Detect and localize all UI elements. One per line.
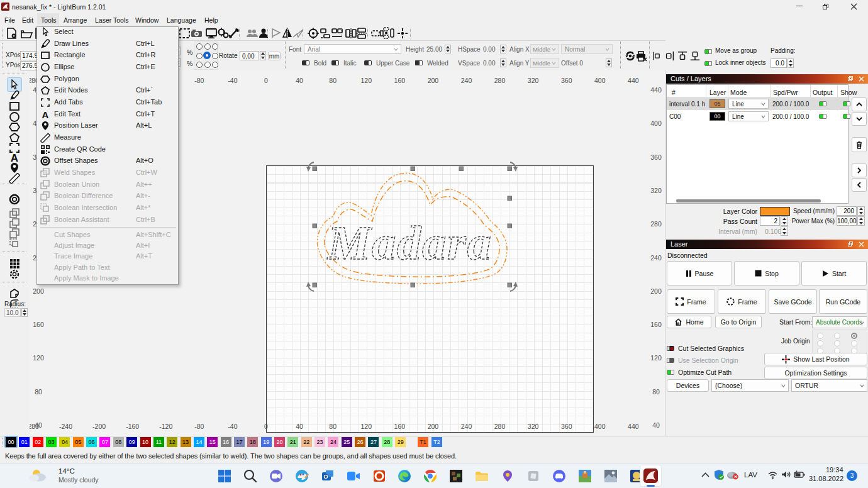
svg-text:A: A [42, 109, 49, 119]
